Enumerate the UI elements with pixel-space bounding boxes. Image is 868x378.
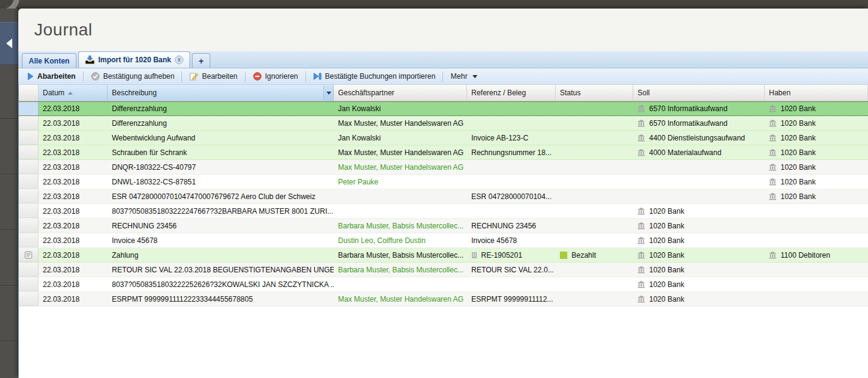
cell-haben: 1020 Bank xyxy=(765,189,868,203)
mehr-menu-button[interactable]: Mehr xyxy=(445,70,482,83)
journal-panel: Journal Alle Konten Import für 1020 Bank… xyxy=(18,9,868,378)
cell-geschaeftspartner: Peter Pauke xyxy=(334,175,467,189)
row-indicator[interactable] xyxy=(19,189,39,203)
row-indicator[interactable] xyxy=(19,263,39,277)
table-row[interactable]: 22.03.2018 Zahlung Barbara Muster, Babsi… xyxy=(19,248,868,263)
table-row[interactable]: 22.03.2018 8037?0508351803222247667?32BA… xyxy=(19,204,868,219)
abarbeiten-button[interactable]: Abarbeiten xyxy=(22,70,81,83)
cell-geschaeftspartner: Barbara Muster, Babsis Mustercollec... xyxy=(334,263,467,277)
table-row[interactable]: 22.03.2018 ESRPMT 9999991111222333444556… xyxy=(19,292,868,307)
table-row[interactable]: 22.03.2018 Schrauben für Schrank Max Mus… xyxy=(19,145,868,160)
bank-account-icon xyxy=(769,252,776,259)
bank-account-icon xyxy=(769,120,776,127)
bearbeiten-button[interactable]: Bearbeiten xyxy=(184,70,243,83)
bestaetigung-aufheben-button[interactable]: Bestätigung aufheben xyxy=(86,70,180,83)
cell-geschaeftspartner xyxy=(334,204,467,218)
column-header-referenz-beleg[interactable]: Referenz / Beleg xyxy=(467,85,556,101)
table-row[interactable]: 22.03.2018 Differenzzahlung Max Muster, … xyxy=(19,116,868,131)
row-indicator[interactable] xyxy=(19,277,39,291)
chevron-down-icon xyxy=(326,92,331,95)
row-indicator[interactable] xyxy=(19,175,39,189)
cell-status xyxy=(556,160,633,174)
cell-datum: 22.03.2018 xyxy=(39,219,108,233)
table-row[interactable]: 22.03.2018 RETOUR SIC VAL 22.03.2018 BEG… xyxy=(19,263,868,277)
cell-referenz-beleg xyxy=(467,116,556,130)
tab-import-1020-bank[interactable]: Import für 1020 Bank x xyxy=(78,51,190,68)
table-row[interactable]: 22.03.2018 Invoice 45678 Dustin Leo, Coi… xyxy=(19,233,868,248)
cell-datum: 22.03.2018 xyxy=(39,116,108,130)
cell-referenz-beleg xyxy=(467,277,556,291)
cell-beschreibung: DNWL-180322-CS-87851 xyxy=(108,175,334,189)
row-indicator[interactable] xyxy=(19,292,39,306)
cell-status: Bezahlt xyxy=(556,248,633,262)
cell-geschaeftspartner: Dustin Leo, Coiffure Dustin xyxy=(334,233,467,247)
cell-geschaeftspartner xyxy=(334,189,467,203)
row-indicator[interactable] xyxy=(19,248,39,262)
cell-beschreibung: 8037?0508351803222247667?32BARBARA MUSTE… xyxy=(108,204,334,218)
column-header-indicator xyxy=(19,85,39,101)
grid-body: 22.03.2018 Differenzzahlung Jan Kowalski xyxy=(19,101,868,307)
cell-datum: 22.03.2018 xyxy=(39,292,108,306)
table-row[interactable]: 22.03.2018 Webentwicklung Aufwand Jan Ko… xyxy=(19,131,868,145)
cell-beschreibung: RETOUR SIC VAL 22.03.2018 BEGUENSTIGTENA… xyxy=(108,263,334,277)
row-indicator[interactable] xyxy=(19,116,39,130)
grid-header: Datum Beschreibung Geschäftspartner Refe… xyxy=(19,85,868,101)
cell-soll: 4000 Materialaufwand xyxy=(633,145,765,159)
app-window: Journal Alle Konten Import für 1020 Bank… xyxy=(0,0,868,378)
cell-referenz-beleg: ESRPMT 99999911112... xyxy=(467,292,556,306)
cell-geschaeftspartner: Jan Kowalski xyxy=(334,102,467,115)
cell-haben: 1020 Bank xyxy=(765,175,868,189)
tab-alle-konten[interactable]: Alle Konten xyxy=(22,53,76,68)
cell-haben xyxy=(765,204,868,218)
cell-beschreibung: Schrauben für Schrank xyxy=(108,145,334,159)
sidebar-collapse-button[interactable] xyxy=(0,22,18,65)
cell-datum: 22.03.2018 xyxy=(39,189,108,203)
column-header-beschreibung[interactable]: Beschreibung xyxy=(108,85,334,101)
cell-geschaeftspartner: Max Muster, Muster Handelswaren AG xyxy=(334,116,467,130)
cell-status xyxy=(556,189,633,203)
bank-account-icon xyxy=(638,105,645,112)
bank-account-icon xyxy=(769,105,776,112)
column-header-datum[interactable]: Datum xyxy=(39,85,108,101)
cell-soll: 1020 Bank xyxy=(633,263,765,277)
row-indicator[interactable] xyxy=(19,219,39,233)
table-row[interactable]: 22.03.2018 DNQR-180322-CS-40797 Max Must… xyxy=(19,160,868,175)
cell-status xyxy=(556,145,633,159)
status-chip xyxy=(560,252,567,259)
table-row[interactable]: 22.03.2018 Differenzzahlung Jan Kowalski xyxy=(19,101,868,116)
cell-beschreibung: DNQR-180322-CS-40797 xyxy=(108,160,334,174)
row-indicator[interactable] xyxy=(19,233,39,247)
table-row[interactable]: 22.03.2018 ESR 0472800007010474700076796… xyxy=(19,189,868,204)
cell-beschreibung: RECHNUNG 23456 xyxy=(108,219,334,233)
cell-soll xyxy=(633,189,765,203)
check-circle-icon xyxy=(91,72,100,81)
row-indicator[interactable] xyxy=(19,204,39,218)
left-sidebar-collapsed xyxy=(0,9,18,378)
cell-soll: 4400 Dienstleistungsaufwand xyxy=(633,131,765,145)
cell-status xyxy=(556,277,633,291)
row-indicator[interactable] xyxy=(19,160,39,174)
cell-soll: 1020 Bank xyxy=(633,233,765,247)
table-row[interactable]: 22.03.2018 RECHNUNG 23456 Barbara Muster… xyxy=(19,219,868,233)
column-header-soll[interactable]: Soll xyxy=(633,85,765,101)
row-indicator[interactable] xyxy=(19,131,39,145)
new-tab-button[interactable]: + xyxy=(192,53,210,68)
column-header-haben[interactable]: Haben xyxy=(765,85,868,101)
close-icon[interactable]: x xyxy=(175,56,183,64)
table-row[interactable]: 22.03.2018 DNWL-180322-CS-87851 Peter Pa… xyxy=(19,175,868,189)
column-header-geschaeftspartner[interactable]: Geschäftspartner xyxy=(334,85,467,101)
cell-soll: 6570 Informatikaufwand xyxy=(633,102,765,115)
column-header-status[interactable]: Status xyxy=(556,85,633,101)
cell-referenz-beleg: Invoice AB-123-C xyxy=(467,131,556,145)
pencil-icon xyxy=(189,72,198,81)
tab-label: Import für 1020 Bank xyxy=(98,56,171,64)
row-indicator[interactable] xyxy=(19,102,39,115)
column-menu-button[interactable] xyxy=(323,85,333,101)
tab-label: Alle Konten xyxy=(29,57,70,65)
table-row[interactable]: 22.03.2018 8037?0508351803222252626?32KO… xyxy=(19,277,868,292)
row-indicator[interactable] xyxy=(19,145,39,159)
cell-datum: 22.03.2018 xyxy=(39,160,108,174)
cell-geschaeftspartner: Max Muster, Muster Handelswaren AG xyxy=(334,292,467,306)
bestaetigte-buchungen-importieren-button[interactable]: Bestätigte Buchungen importieren xyxy=(308,70,441,83)
ignorieren-button[interactable]: Ignorieren xyxy=(248,70,304,83)
